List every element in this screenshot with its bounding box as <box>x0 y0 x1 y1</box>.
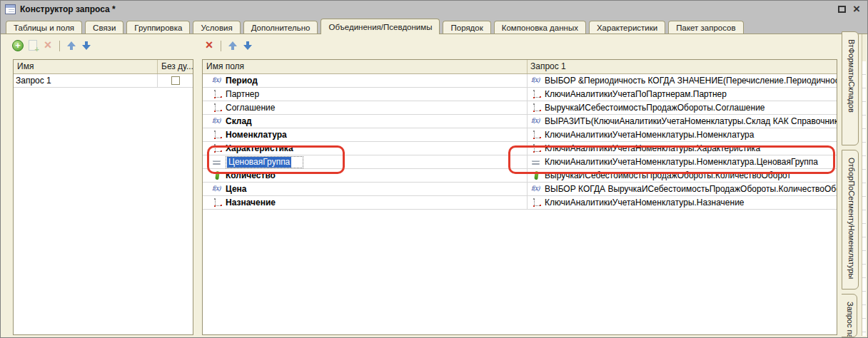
field-name: Склад <box>226 116 252 126</box>
field-icon <box>530 130 542 140</box>
field-name: Количество <box>226 170 276 180</box>
aggregate-icon <box>530 170 542 181</box>
function-icon <box>211 184 223 195</box>
field-name: Соглашение <box>226 103 275 113</box>
move-down-button[interactable] <box>80 39 93 52</box>
field-expression: КлючиАналитикиУчетаНоменклатуры.Характер… <box>545 143 760 153</box>
field-icon <box>530 198 542 208</box>
toolbar-separator <box>221 41 221 51</box>
move-up-button[interactable] <box>65 39 78 52</box>
no-duplicates-checkbox[interactable] <box>171 76 180 85</box>
delete-button[interactable] <box>203 39 216 52</box>
field-expression: ВыручкаИСебестоимостьПродажОбороты.Колич… <box>545 170 791 180</box>
field-icon <box>530 143 542 154</box>
fields-panel: Имя поля Запрос 1 Период ВЫБОР &Периодич… <box>202 36 837 335</box>
side-tab-zapros-paketa-3[interactable]: Запрос пакета 3 <box>842 294 857 337</box>
window-title: Конструктор запроса * <box>20 4 116 14</box>
side-tab-vt-formaty-skladov[interactable]: ВтФорматыСкладов <box>842 31 859 145</box>
column-header-query1: Запрос 1 <box>528 60 837 73</box>
table-row[interactable]: Соглашение ВыручкаИСебестоимостьПродажОб… <box>203 101 837 115</box>
table-row[interactable]: Период ВЫБОР &Периодичность КОГДА ЗНАЧЕН… <box>203 74 837 88</box>
field-expression: КлючиАналитикиУчетаПоПартнерам.Партнер <box>545 89 727 99</box>
field-icon <box>211 143 223 154</box>
table-row-selected[interactable]: ЦеноваяГруппа КлючиАналитикиУчетаНоменкл… <box>203 155 837 169</box>
field-expression: ВыручкаИСебестоимостьПродажОбороты.Согла… <box>545 103 765 113</box>
table-row[interactable]: Характеристика КлючиАналитикиУчетаНоменк… <box>203 142 837 155</box>
column-header-name: Имя <box>14 60 158 73</box>
table-row[interactable]: Запрос 1 <box>14 74 193 88</box>
function-icon <box>530 184 542 195</box>
tab-additional[interactable]: Дополнительно <box>243 21 318 34</box>
field-icon <box>211 89 223 100</box>
column-header-no-duplicates: Без ду... <box>158 60 193 73</box>
field-name: Характеристика <box>226 143 293 153</box>
fields-toolbar <box>202 36 837 55</box>
field-name: Период <box>226 76 258 86</box>
grid-edge-strip <box>862 34 866 336</box>
query-list-grid: Имя Без ду... Запрос 1 <box>13 59 193 335</box>
field-expression: ВЫБОР КОГДА ВыручкаИСебестоимостьПродажО… <box>545 184 837 194</box>
equals-icon <box>211 157 223 168</box>
window-table-icon <box>5 4 16 14</box>
field-icon <box>530 89 542 100</box>
function-icon <box>530 76 542 86</box>
query-builder-window: Конструктор запроса * × Таблицы и поля С… <box>0 0 868 338</box>
field-name: Номенклатура <box>226 130 287 140</box>
toolbar-separator <box>59 41 60 51</box>
query-list-header: Имя Без ду... <box>14 60 193 74</box>
fields-grid-header: Имя поля Запрос 1 <box>203 60 837 74</box>
table-row[interactable]: Назначение КлючиАналитикиУчетаНоменклату… <box>203 196 837 210</box>
tab-links[interactable]: Связи <box>85 21 123 34</box>
tab-characteristics[interactable]: Характеристики <box>589 21 665 34</box>
function-icon <box>211 116 223 127</box>
field-name: Цена <box>226 184 247 194</box>
field-icon <box>530 103 542 113</box>
field-icon <box>211 103 223 113</box>
maximize-button[interactable] <box>838 6 846 13</box>
top-tabstrip: Таблицы и поля Связи Группировка Условия… <box>1 18 867 34</box>
delete-button[interactable] <box>41 39 54 52</box>
aggregate-icon <box>211 170 223 181</box>
tab-grouping[interactable]: Группировка <box>126 21 190 34</box>
side-tabstrip: ВтФорматыСкладов ОтборПоСегментуНоменкла… <box>842 31 861 337</box>
tab-unions-aliases[interactable]: Объединения/Псевдонимы <box>321 19 440 34</box>
field-name: Партнер <box>226 89 259 99</box>
field-expression: ВЫБОР &Периодичность КОГДА ЗНАЧЕНИЕ(Пере… <box>545 76 837 86</box>
table-row[interactable]: Цена ВЫБОР КОГДА ВыручкаИСебестоимостьПр… <box>203 183 837 196</box>
field-expression: ВЫРАЗИТЬ(КлючиАналитикиУчетаНоменклатуры… <box>545 116 837 126</box>
field-name-editor[interactable]: ЦеноваяГруппа <box>226 156 303 168</box>
titlebar: Конструктор запроса * × <box>1 1 867 18</box>
table-row[interactable]: Количество ВыручкаИСебестоимостьПродажОб… <box>203 169 837 183</box>
table-row[interactable]: Склад ВЫРАЗИТЬ(КлючиАналитикиУчетаНоменк… <box>203 115 837 128</box>
field-icon <box>211 198 223 208</box>
side-tab-otbor-po-segmentu[interactable]: ОтборПоСегментуНоменклатуры <box>842 150 859 290</box>
move-down-button[interactable] <box>241 39 254 52</box>
content-area: Имя Без ду... Запрос 1 Имя поля З <box>1 34 867 337</box>
copy-add-button[interactable] <box>26 39 39 52</box>
tab-order[interactable]: Порядок <box>443 21 490 34</box>
field-expression: КлючиАналитикиУчетаНоменклатуры.Назначен… <box>545 198 745 208</box>
field-expression: КлючиАналитикиУчетаНоменклатуры.Номенкла… <box>545 157 818 167</box>
field-name: Назначение <box>226 198 276 208</box>
close-button[interactable]: × <box>853 4 860 14</box>
table-row[interactable]: Партнер КлючиАналитикиУчетаПоПартнерам.П… <box>203 88 837 101</box>
tab-query-batch[interactable]: Пакет запросов <box>668 21 743 34</box>
query-list-panel: Имя Без ду... Запрос 1 <box>6 36 193 335</box>
tab-conditions[interactable]: Условия <box>193 21 240 34</box>
query-list-toolbar <box>6 36 193 55</box>
add-button[interactable] <box>11 39 24 52</box>
fields-grid: Имя поля Запрос 1 Период ВЫБОР &Периодич… <box>202 59 837 335</box>
field-name: ЦеноваяГруппа <box>227 157 291 168</box>
function-icon <box>530 116 542 127</box>
equals-icon <box>530 157 542 168</box>
column-header-field-name: Имя поля <box>203 60 528 73</box>
move-up-button[interactable] <box>226 39 239 52</box>
function-icon <box>211 76 223 86</box>
table-row[interactable]: Номенклатура КлючиАналитикиУчетаНоменкла… <box>203 128 837 142</box>
tab-data-composition[interactable]: Компоновка данных <box>494 21 586 34</box>
field-icon <box>211 130 223 140</box>
query-name: Запрос 1 <box>16 76 51 86</box>
field-expression: КлючиАналитикиУчетаНоменклатуры.Номенкла… <box>545 130 754 140</box>
tab-tables-fields[interactable]: Таблицы и поля <box>6 21 82 34</box>
